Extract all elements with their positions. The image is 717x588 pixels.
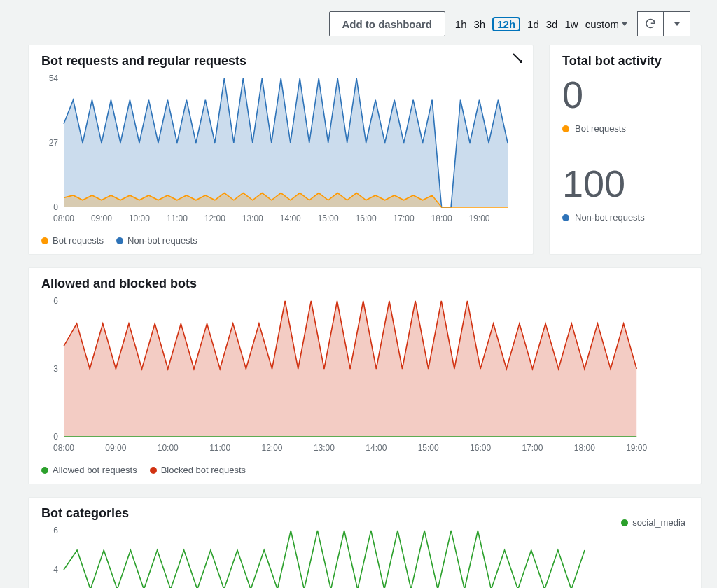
top-toolbar: Add to dashboard 1h 3h 12h 1d 3d 1w cust… [0,0,717,45]
legend-nonbot-requests: Non-bot requests [116,235,197,246]
period-3h[interactable]: 3h [474,18,486,30]
period-1d[interactable]: 1d [527,18,539,30]
legend-bot-requests: Bot requests [41,235,104,246]
svg-text:6: 6 [53,526,58,536]
chart1-plot[interactable]: 0275408:0009:0010:0011:0012:0013:0014:00… [39,71,515,225]
svg-text:11:00: 11:00 [209,443,230,453]
svg-text:4: 4 [53,565,58,575]
svg-text:18:00: 18:00 [574,443,595,453]
svg-text:19:00: 19:00 [626,443,647,453]
svg-text:3: 3 [53,364,58,374]
chart1-title: Bot requests and regular requests [29,46,533,71]
legend-allowed: Allowed bot requests [41,465,137,475]
svg-text:14:00: 14:00 [366,443,387,453]
svg-text:08:00: 08:00 [53,443,74,453]
svg-text:17:00: 17:00 [522,443,543,453]
svg-text:14:00: 14:00 [280,214,301,223]
svg-text:08:00: 08:00 [53,214,74,223]
svg-text:12:00: 12:00 [262,443,283,453]
svg-text:13:00: 13:00 [242,214,263,223]
svg-text:0: 0 [53,432,58,442]
refresh-dropdown-button[interactable] [664,11,690,36]
chart2-plot[interactable]: 03608:0009:0010:0011:0012:0013:0014:0015… [39,294,683,455]
card-total-bot-activity: Total bot activity 0 Bot requests 100 No… [549,45,702,255]
activity-title: Total bot activity [550,46,701,71]
svg-text:12:00: 12:00 [204,214,225,223]
svg-text:10:00: 10:00 [129,214,150,223]
svg-text:09:00: 09:00 [91,214,112,223]
svg-text:6: 6 [53,296,58,306]
svg-text:16:00: 16:00 [470,443,491,453]
card-bot-vs-regular: Bot requests and regular requests 027540… [28,45,534,255]
chart2-title: Allowed and blocked bots [29,268,701,294]
svg-text:15:00: 15:00 [418,443,439,453]
period-selector: 1h 3h 12h 1d 3d 1w custom [455,17,627,31]
svg-text:27: 27 [49,138,59,148]
period-1w[interactable]: 1w [564,18,578,30]
refresh-button[interactable] [637,11,664,36]
svg-text:13:00: 13:00 [314,443,335,453]
activity-nonbot-label: Non-bot requests [562,212,688,223]
period-custom-label: custom [585,18,619,30]
activity-bot-label: Bot requests [562,123,688,134]
svg-text:18:00: 18:00 [431,214,452,223]
card-allowed-blocked: Allowed and blocked bots 03608:0009:0010… [28,267,702,484]
chart1-legend: Bot requests Non-bot requests [29,232,533,254]
refresh-icon [644,18,657,30]
svg-text:09:00: 09:00 [105,443,126,453]
options-icon[interactable] [512,52,523,66]
refresh-group [637,11,690,36]
add-to-dashboard-button[interactable]: Add to dashboard [329,11,445,36]
chart2-legend: Allowed bot requests Blocked bot request… [29,462,701,484]
period-custom[interactable]: custom [585,18,627,30]
activity-bot-number: 0 [562,73,688,116]
svg-text:11:00: 11:00 [167,214,188,223]
chart3-title: Bot categories [29,498,701,524]
svg-text:17:00: 17:00 [394,214,415,223]
activity-nonbot-number: 100 [562,162,688,205]
caret-down-icon [674,22,680,26]
period-1h[interactable]: 1h [455,18,467,30]
caret-down-icon [622,22,627,26]
card-bot-categories: Bot categories social_media 46 [28,497,702,588]
svg-text:16:00: 16:00 [356,214,377,223]
period-3d[interactable]: 3d [546,18,558,30]
period-12h[interactable]: 12h [492,17,520,31]
svg-text:15:00: 15:00 [318,214,339,223]
svg-text:0: 0 [53,202,58,212]
legend-blocked: Blocked bot requests [150,465,246,475]
svg-text:19:00: 19:00 [469,214,490,223]
svg-text:10:00: 10:00 [158,443,179,453]
svg-text:54: 54 [49,74,59,83]
chart3-plot[interactable]: 46 [39,524,592,588]
